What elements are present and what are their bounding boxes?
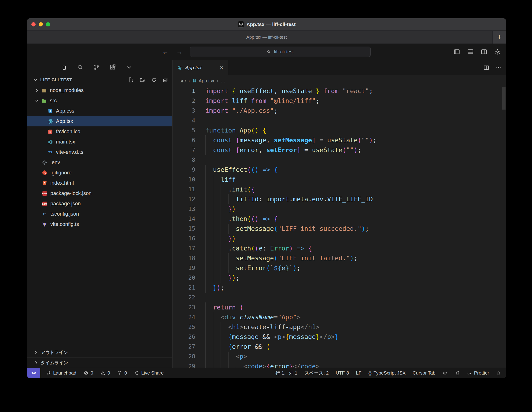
chevron-right-icon (34, 88, 39, 93)
code-line-3: 3import "./App.css"; (172, 106, 506, 116)
code-line-content: setMessage("LIFF init succeeded."); (205, 224, 506, 234)
more-actions-button[interactable] (495, 64, 502, 71)
line-number: 25 (172, 322, 195, 332)
tree-item-label: index.html (50, 180, 74, 186)
status-ports[interactable]: 0 (117, 370, 127, 376)
status-indentation[interactable]: スペース: 2 (304, 370, 329, 376)
line-number: 1 (172, 86, 195, 96)
tree-item-label: package.json (50, 201, 81, 207)
tree-item-tsconfig-json[interactable]: TStsconfig.json (27, 209, 172, 219)
svg-text:npm: npm (42, 203, 47, 205)
tree-item-src[interactable]: src (27, 95, 172, 106)
tree-item-vite-env-d-ts[interactable]: TSvite-env.d.ts (27, 147, 172, 157)
tab-close-button[interactable]: × (218, 64, 225, 71)
activity-search-button[interactable] (76, 64, 84, 71)
activity-extensions-button[interactable] (109, 64, 117, 71)
tree-item-main-tsx[interactable]: main.tsx (27, 137, 172, 147)
code-line-1: 1import { useEffect, useState } from "re… (172, 86, 506, 96)
refresh-button[interactable] (151, 77, 157, 83)
status-cursor-position[interactable]: 行 1、列 1 (276, 370, 297, 376)
tree-item-label: node_modules (50, 87, 84, 94)
code-line-content: .then(() => { (205, 214, 506, 224)
settings-gear-button[interactable] (494, 48, 501, 56)
tree-item-label: App.css (56, 108, 74, 114)
status-encoding[interactable]: UTF-8 (336, 370, 349, 376)
layout-panel-button[interactable] (467, 48, 474, 56)
line-number: 3 (172, 106, 195, 116)
tree-item-favicon-ico[interactable]: ★favicon.ico (27, 126, 172, 137)
status-launchpad[interactable]: Launchpad (46, 370, 76, 376)
svg-text:npm: npm (42, 192, 47, 195)
code-line-4: 4 (172, 116, 506, 125)
breadcrumb-item[interactable]: src (180, 78, 186, 84)
scrollbar-thumb[interactable] (502, 87, 505, 110)
status-formatter-prettier[interactable]: Prettier (467, 370, 489, 376)
status-live-share[interactable]: Live Share (134, 370, 164, 376)
tree-item-label: favicon.ico (56, 129, 80, 135)
tree-item-node-modules[interactable]: node_modules (27, 85, 172, 95)
activity-chevron-down-button[interactable] (125, 64, 133, 71)
layout-sidebar-left-button[interactable] (453, 48, 461, 56)
code-line-content: function App() { (205, 125, 506, 135)
tree-item-app-tsx[interactable]: App.tsx (27, 116, 172, 126)
tree-item-index-html[interactable]: 5index.html (27, 178, 172, 188)
status-notifications[interactable] (496, 371, 501, 376)
status-errors[interactable]: 0 (83, 370, 93, 376)
tree-item-vite-config-ts[interactable]: vite.config.ts (27, 219, 172, 229)
command-center-search[interactable]: liff-cli-test (190, 47, 371, 57)
status-label: Prettier (474, 370, 489, 376)
split-editor-button[interactable] (483, 64, 490, 71)
breadcrumb-item[interactable]: … (221, 78, 226, 84)
line-number: 10 (172, 175, 195, 185)
line-number: 11 (172, 185, 195, 194)
native-tab[interactable]: App.tsx — liff-cli-test (246, 35, 287, 40)
tree-item-app-css[interactable]: 3App.css (27, 106, 172, 116)
minimize-button[interactable] (39, 22, 43, 27)
section-timeline[interactable]: タイムライン (27, 357, 172, 368)
line-number: 8 (172, 155, 195, 165)
remote-indicator[interactable]: >< (27, 368, 40, 378)
tree-item-env[interactable]: .env (27, 157, 172, 168)
collapse-all-button[interactable] (162, 77, 169, 83)
line-number: 19 (172, 263, 195, 273)
activity-explorer-button[interactable] (60, 64, 67, 71)
npm-icon: npm (42, 201, 48, 207)
code-line-2: 2import liff from "@line/liff"; (172, 96, 506, 106)
breadcrumb-item[interactable]: App.tsx (192, 78, 214, 84)
status-label: LF (356, 370, 361, 376)
status-copilot[interactable] (443, 371, 448, 376)
line-number: 27 (172, 342, 195, 352)
status-cursor-tab[interactable]: Cursor Tab (413, 370, 435, 376)
editor-group-actions (483, 60, 502, 75)
activity-source-control-button[interactable] (93, 64, 100, 71)
status-language-mode[interactable]: {}TypeScript JSX (369, 370, 406, 376)
new-file-button[interactable] (128, 77, 134, 83)
breadcrumb-separator: › (188, 78, 190, 84)
close-button[interactable] (31, 22, 36, 27)
status-notifications-secondary[interactable] (455, 371, 460, 376)
code-editor[interactable]: 1import { useEffect, useState } from "re… (172, 86, 506, 368)
code-line-8: 8 (172, 155, 506, 165)
back-button[interactable]: ← (162, 48, 169, 56)
new-window-tab-button[interactable]: + (493, 31, 506, 44)
code-line-19: 19setError(`${e}`); (172, 263, 506, 273)
status-eol[interactable]: LF (356, 370, 361, 376)
tree-item-label: main.tsx (56, 139, 75, 145)
code-line-content: return ( (205, 302, 506, 312)
status-warnings[interactable]: 0 (100, 370, 110, 376)
status-label: TypeScript JSX (373, 370, 406, 376)
tree-item-package-json[interactable]: npmpackage.json (27, 198, 172, 209)
tab-app-tsx[interactable]: App.tsx × (172, 60, 228, 75)
forward-button[interactable]: → (176, 48, 183, 56)
code-line-content (205, 116, 506, 125)
section-outline[interactable]: アウトライン (27, 347, 172, 357)
layout-sidebar-right-button[interactable] (480, 48, 488, 56)
code-line-content: .init({ (205, 185, 506, 194)
code-line-18: 18setMessage("LIFF init failed."); (172, 253, 506, 263)
zoom-button[interactable] (46, 22, 50, 27)
explorer-section-header[interactable]: LIFF-CLI-TEST (27, 75, 172, 85)
new-folder-button[interactable] (139, 77, 146, 83)
tree-item-gitignore[interactable]: .gitignore (27, 168, 172, 178)
svg-text:5: 5 (44, 182, 45, 185)
tree-item-package-lock-json[interactable]: npmpackage-lock.json (27, 188, 172, 198)
